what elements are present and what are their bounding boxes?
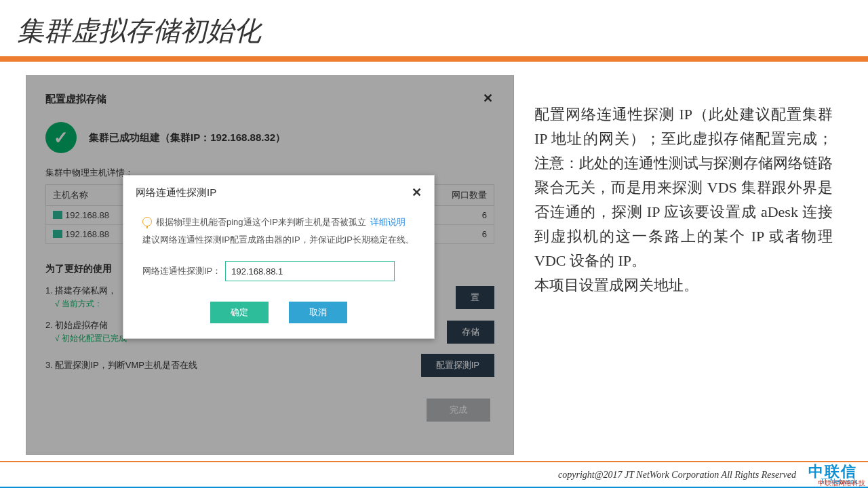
step1-text: 1. 搭建存储私网， [45,285,117,297]
bulb-icon [142,217,152,226]
hint-text: 根据物理主机能否ping通这个IP来判断主机是否被孤立 [156,217,366,227]
modal-title: 网络连通性探测IP [136,186,216,199]
modal-close-icon[interactable]: ✕ [412,185,422,200]
success-check-icon: ✓ [45,122,77,153]
configure-probe-ip-button[interactable]: 配置探测IP [421,354,494,377]
step3-text: 3. 配置探测IP，判断VMP主机是否在线 [45,359,197,371]
host-icon [53,211,62,219]
slide-description: 配置网络连通性探测 IP（此处建议配置集群 IP 地址的网关）；至此虚拟存储配置… [534,75,833,455]
step1-button[interactable]: 置 [456,286,494,309]
slide-title: 集群虚拟存储初始化 [0,0,868,56]
success-text: 集群已成功组建（集群IP：192.168.88.32） [89,131,285,144]
copyright-text: copyright@2017 JT NetWork Corporation Al… [558,470,796,481]
screenshot-panel: 配置虚拟存储 ✕ ✓ 集群已成功组建（集群IP：192.168.88.32） 集… [26,75,514,455]
footer: copyright@2017 JT NetWork Corporation Al… [0,461,868,488]
cancel-button[interactable]: 取消 [289,302,347,323]
detail-link[interactable]: 详细说明 [370,217,406,227]
probe-ip-modal: 网络连通性探测IP ✕ 根据物理主机能否ping通这个IP来判断主机是否被孤立 … [123,175,435,339]
tiny-red-text: 中联信网络科技 [818,479,865,488]
close-icon[interactable]: ✕ [483,91,493,106]
probe-ip-input[interactable] [225,261,395,281]
done-button[interactable]: 完成 [427,399,490,422]
step1-ok: √ 当前方式： [55,298,117,310]
config-panel-title: 配置虚拟存储 [45,93,494,106]
host-icon [53,230,62,238]
probe-ip-label: 网络连通性探测IP： [142,265,221,277]
ok-button[interactable]: 确定 [210,302,269,323]
step2-ok: √ 初始化配置已完成 [55,333,127,344]
divider-orange [0,56,868,62]
step2-text: 2. 初始虚拟存储 [45,319,127,331]
step2-button[interactable]: 存储 [447,321,494,344]
hint-text-2: 建议网络连通性探测IP配置成路由器的IP，并保证此IP长期稳定在线。 [142,234,415,246]
